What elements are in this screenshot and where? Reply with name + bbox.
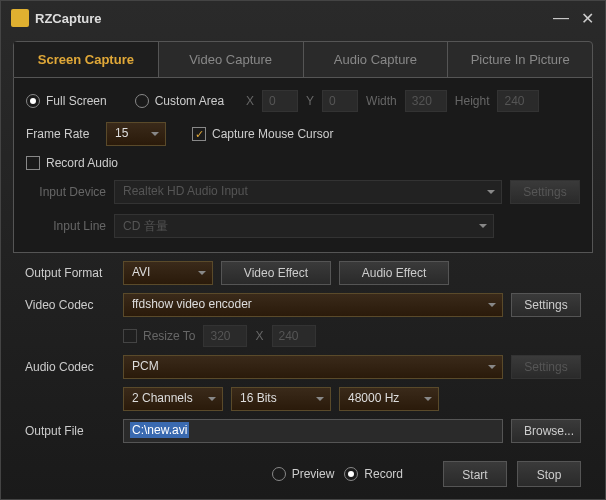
tab-screen-capture[interactable]: Screen Capture [14,42,159,77]
app-window: RZCapture — ✕ Screen Capture Video Captu… [0,0,606,500]
width-label: Width [366,94,397,108]
radio-record[interactable]: Record [344,467,403,481]
frame-rate-select[interactable]: 15 [106,122,166,146]
tab-video-capture[interactable]: Video Capture [159,42,304,77]
radio-preview[interactable]: Preview [272,467,335,481]
checkbox-icon: ✓ [192,127,206,141]
radio-label: Full Screen [46,94,107,108]
channels-select[interactable]: 2 Channels [123,387,223,411]
input-line-label: Input Line [26,219,106,233]
stop-button[interactable]: Stop [517,461,581,487]
input-line-select: CD 音量 [114,214,494,238]
minimize-button[interactable]: — [553,9,569,28]
output-format-select[interactable]: AVI [123,261,213,285]
x-input[interactable] [262,90,298,112]
radio-icon [272,467,286,481]
input-device-select: Realtek HD Audio Input [114,180,502,204]
hz-select[interactable]: 48000 Hz [339,387,439,411]
checkbox-icon [123,329,137,343]
resize-width-input[interactable] [203,325,247,347]
radio-label: Preview [292,467,335,481]
bits-select[interactable]: 16 Bits [231,387,331,411]
radio-icon [26,94,40,108]
titlebar: RZCapture — ✕ [1,1,605,35]
input-device-label: Input Device [26,185,106,199]
tabs: Screen Capture Video Capture Audio Captu… [13,41,593,78]
width-input[interactable] [405,90,447,112]
checkbox-label: Record Audio [46,156,118,170]
audio-codec-select[interactable]: PCM [123,355,503,379]
radio-label: Custom Area [155,94,224,108]
y-input[interactable] [322,90,358,112]
screen-capture-panel: Full Screen Custom Area X Y Width Height… [13,78,593,253]
video-codec-settings-button[interactable]: Settings [511,293,581,317]
video-codec-label: Video Codec [25,298,115,312]
audio-codec-label: Audio Codec [25,360,115,374]
resize-checkbox[interactable]: Resize To [123,329,195,343]
resize-x-label: X [255,329,263,343]
output-format-label: Output Format [25,266,115,280]
output-file-label: Output File [25,424,115,438]
audio-effect-button[interactable]: Audio Effect [339,261,449,285]
mouse-cursor-checkbox[interactable]: ✓ Capture Mouse Cursor [192,127,333,141]
radio-custom-area[interactable]: Custom Area [135,94,224,108]
checkbox-label: Capture Mouse Cursor [212,127,333,141]
input-device-settings-button: Settings [510,180,580,204]
resize-label: Resize To [143,329,195,343]
height-input[interactable] [497,90,539,112]
start-button[interactable]: Start [443,461,507,487]
browse-button[interactable]: Browse... [511,419,581,443]
audio-codec-settings-button: Settings [511,355,581,379]
height-label: Height [455,94,490,108]
tab-picture-in-picture[interactable]: Picture In Picture [448,42,592,77]
radio-icon [344,467,358,481]
record-audio-checkbox[interactable]: Record Audio [26,156,118,170]
checkbox-icon [26,156,40,170]
frame-rate-label: Frame Rate [26,127,98,141]
video-codec-select[interactable]: ffdshow video encoder [123,293,503,317]
radio-full-screen[interactable]: Full Screen [26,94,107,108]
video-effect-button[interactable]: Video Effect [221,261,331,285]
radio-label: Record [364,467,403,481]
radio-icon [135,94,149,108]
resize-height-input[interactable] [272,325,316,347]
app-title: RZCapture [35,11,553,26]
x-label: X [246,94,254,108]
app-icon [11,9,29,27]
close-button[interactable]: ✕ [579,9,595,28]
tab-audio-capture[interactable]: Audio Capture [304,42,449,77]
output-file-input[interactable]: C:\new.avi [123,419,503,443]
y-label: Y [306,94,314,108]
